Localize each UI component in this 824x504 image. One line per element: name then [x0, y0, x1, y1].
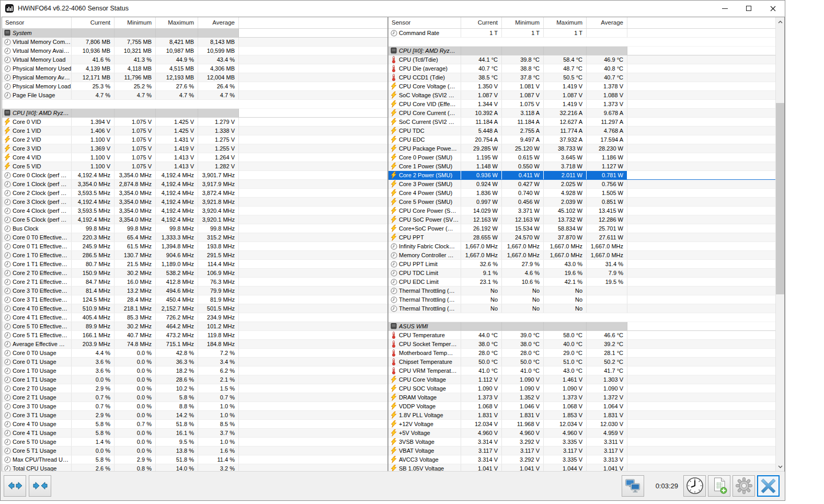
sensor-row[interactable]: Core 1 Power (SMU)1.148 W0.550 W3.718 W1…: [388, 162, 775, 171]
sensor-row[interactable]: +5V Voltage4.960 V4.960 V4.960 V4.959 V: [388, 429, 775, 438]
sensor-row[interactable]: Thermal Throttling (…NoNoNo: [388, 304, 775, 313]
column-header-current[interactable]: Current: [72, 17, 115, 28]
sensor-row[interactable]: Core 0 T1 Effective…245.9 MHz61.5 MHz1,3…: [2, 242, 387, 251]
sensor-row[interactable]: CPU EDC20.754 A9.497 A37.932 A17.594 A: [388, 135, 775, 144]
sensor-row[interactable]: AVCC3 Voltage3.314 V3.292 V3.335 V3.313 …: [388, 455, 775, 464]
settings-button[interactable]: [733, 475, 755, 497]
sensor-row[interactable]: Core 5 T0 Usage1.4 %0.0 %9.5 %1.0 %: [2, 438, 387, 446]
scrollbar-thumb[interactable]: [776, 103, 785, 294]
sensor-row[interactable]: Core 4 VID1.100 V1.075 V1.413 V1.264 V: [2, 153, 387, 162]
sensor-row[interactable]: Core 5 T1 Usage0.0 %0.0 %13.8 %1.6 %: [2, 446, 387, 455]
sensor-row[interactable]: Total CPU Usage2.6 %0.8 %14.0 %3.2 %: [2, 464, 387, 472]
column-header-average[interactable]: Average: [587, 17, 627, 28]
sensor-row[interactable]: CPU Core Current (…10.392 A3.118 A32.216…: [388, 109, 775, 118]
sensor-row[interactable]: Virtual Memory Load41.6 %41.3 %44.9 %43.…: [2, 55, 387, 64]
sensor-row[interactable]: SoC Voltage (SVI2 …1.087 V1.087 V1.087 V…: [388, 91, 775, 100]
column-header-average[interactable]: Average: [198, 17, 239, 28]
logging-button[interactable]: [708, 475, 730, 497]
close-sensors-button[interactable]: [757, 475, 780, 497]
sensor-row[interactable]: Core 5 T0 Effective…89.9 MHz30.2 MHz464.…: [2, 322, 387, 331]
sensor-row[interactable]: Average Effective …203.9 MHz74.8 MHz715.…: [2, 340, 387, 349]
column-header-sensor[interactable]: Sensor: [2, 17, 72, 28]
sensor-row[interactable]: Core 3 T1 Usage2.9 %0.0 %14.2 %1.0 %: [2, 411, 387, 420]
sensor-row[interactable]: Core 3 VID1.369 V1.075 V1.419 V1.255 V: [2, 144, 387, 153]
column-header-minimum[interactable]: Minimum: [502, 17, 544, 28]
sensor-row[interactable]: Core 0 VID1.394 V1.075 V1.425 V1.279 V: [2, 118, 387, 127]
sensor-row[interactable]: Command Rate1 T1 T1 T: [388, 29, 775, 38]
sensor-row[interactable]: Core 2 VID1.100 V1.075 V1.431 V1.275 V: [2, 135, 387, 144]
sensor-row[interactable]: Core 2 Power (SMU)0.936 W0.411 W2.011 W0…: [388, 171, 775, 180]
scroll-up-button[interactable]: [776, 17, 785, 26]
sensor-row[interactable]: Physical Memory Used4,139 MB4,118 MB4,51…: [2, 64, 387, 73]
sensor-row[interactable]: CPU TDC5.448 A2.755 A11.774 A4.768 A: [388, 127, 775, 135]
sensor-row[interactable]: Core 1 T1 Usage0.0 %0.0 %28.6 %2.1 %: [2, 375, 387, 384]
sensor-row[interactable]: Core 1 T0 Usage3.6 %0.0 %18.2 %6.2 %: [2, 366, 387, 375]
sensor-row[interactable]: Core 5 Clock (perf …4,192.4 MHz3,354.0 M…: [2, 215, 387, 224]
sensor-row[interactable]: Memory Controller …1,667.0 MHz1,667.0 MH…: [388, 251, 775, 260]
sensor-row[interactable]: Page File Usage4.7 %4.7 %4.7 %4.7 %: [2, 91, 387, 100]
sensor-row[interactable]: CPU PPT28.655 W24.570 W37.870 W27.611 W: [388, 233, 775, 242]
sensor-row[interactable]: Virtual Memory Com…7,806 MB7,755 MB8,421…: [2, 38, 387, 47]
sensor-row[interactable]: CPU CCD1 (Tdie)38.5 °C37.8 °C50.5 °C40.7…: [388, 73, 775, 82]
sensor-row[interactable]: Core 3 T1 Effective…124.5 MHz28.4 MHz450…: [2, 295, 387, 304]
sensor-row[interactable]: VBAT Voltage3.117 V3.117 V3.117 V3.117 V: [388, 446, 775, 455]
minimize-button[interactable]: [713, 1, 737, 16]
sensor-row[interactable]: Thermal Throttling (…NoNoNo: [388, 295, 775, 304]
sensor-row[interactable]: SoC Current (SVI2 …11.184 A11.184 A12.62…: [388, 118, 775, 127]
sensor-row[interactable]: Core 1 Clock (perf …3,354.0 MHz2,874.8 M…: [2, 180, 387, 189]
column-header-maximum[interactable]: Maximum: [544, 17, 587, 28]
sensor-row[interactable]: Bus Clock99.8 MHz99.8 MHz99.8 MHz99.8 MH…: [2, 224, 387, 233]
sensor-row[interactable]: CPU EDC Limit23.1 %10.6 %42.1 %19.5 %: [388, 278, 775, 287]
sensor-row[interactable]: Core 4 Clock (perf …3,593.5 MHz3,354.0 M…: [2, 207, 387, 215]
sensor-row[interactable]: Core 4 T1 Effective…405.4 MHz85.3 MHz726…: [2, 313, 387, 322]
sensor-row[interactable]: Core 2 Clock (perf …3,593.5 MHz3,354.0 M…: [2, 189, 387, 198]
sensor-row[interactable]: Motherboard Temp…28.0 °C28.0 °C29.0 °C28…: [388, 349, 775, 358]
column-header-minimum[interactable]: Minimum: [115, 17, 156, 28]
sensor-row[interactable]: Core 5 T1 Effective…166.1 MHz40.7 MHz473…: [2, 331, 387, 340]
sensor-row[interactable]: CPU (Tctl/Tdie)44.1 °C39.8 °C58.4 °C46.9…: [388, 55, 775, 64]
sensor-row[interactable]: Core 4 T1 Usage5.8 %0.0 %16.1 %3.7 %: [2, 429, 387, 438]
section-row[interactable]: System: [2, 29, 387, 38]
sensor-row[interactable]: Max CPU/Thread U…5.8 %2.9 %51.8 %11.4 %: [2, 455, 387, 464]
sensor-row[interactable]: Virtual Memory Avai…10,936 MB10,321 MB10…: [2, 47, 387, 55]
sensor-row[interactable]: VDDP Voltage1.068 V1.046 V1.068 V1.064 V: [388, 402, 775, 411]
sensor-row[interactable]: Core 3 Power (SMU)0.924 W0.427 W2.025 W0…: [388, 180, 775, 189]
sensor-row[interactable]: Core 4 T0 Effective…510.9 MHz218.1 MHz2,…: [2, 304, 387, 313]
sensor-row[interactable]: Core 4 Power (SMU)1.836 W0.740 W4.928 W1…: [388, 189, 775, 198]
sensor-row[interactable]: Core 0 T0 Usage4.4 %0.0 %42.8 %7.2 %: [2, 349, 387, 358]
sensor-row[interactable]: Core 0 Clock (perf …4,192.4 MHz3,354.0 M…: [2, 171, 387, 180]
sensor-row[interactable]: CPU PPT Limit32.6 %27.9 %43.0 %31.4 %: [388, 260, 775, 269]
vertical-scrollbar[interactable]: [775, 17, 784, 471]
close-button[interactable]: [761, 1, 785, 16]
section-row[interactable]: CPU [#0]: AMD Ryz…: [388, 47, 775, 55]
sensor-row[interactable]: Core 3 T0 Effective…81.4 MHz13.2 MHz494.…: [2, 287, 387, 295]
sensor-row[interactable]: Core 2 T0 Effective…150.9 MHz30.2 MHz538…: [2, 269, 387, 278]
sensor-row[interactable]: CPU Socket Temper…38.0 °C38.0 °C40.0 °C3…: [388, 340, 775, 349]
sensor-row[interactable]: Core 0 Power (SMU)1.195 W0.615 W3.645 W1…: [388, 153, 775, 162]
section-row[interactable]: CPU [#0]: AMD Ryz…: [2, 109, 387, 118]
sensor-row[interactable]: Physical Memory Av…12,171 MB11,796 MB12,…: [2, 73, 387, 82]
clock-button[interactable]: [683, 475, 706, 497]
sensor-row[interactable]: Core+SoC Power (…26.192 W15.534 W58.834 …: [388, 224, 775, 233]
scroll-down-button[interactable]: [776, 462, 785, 471]
sensor-row[interactable]: CPU Core VID (Effe…1.344 V1.075 V1.419 V…: [388, 100, 775, 109]
sensor-row[interactable]: Core 1 T0 Effective…286.5 MHz130.7 MHz90…: [2, 251, 387, 260]
sensor-row[interactable]: +12V Voltage12.034 V11.968 V12.034 V12.0…: [388, 420, 775, 429]
sensor-row[interactable]: Core 3 T0 Usage0.7 %0.0 %8.8 %1.0 %: [2, 402, 387, 411]
sensor-row[interactable]: CPU Package Powe…29.285 W25.120 W38.733 …: [388, 144, 775, 153]
sensor-row[interactable]: Physical Memory Load25.3 %25.2 %27.6 %26…: [2, 82, 387, 91]
sensor-row[interactable]: CPU Core Voltage1.112 V1.090 V1.461 V1.3…: [388, 375, 775, 384]
sensor-row[interactable]: 3VSB Voltage3.314 V3.292 V3.335 V3.311 V: [388, 438, 775, 446]
sensor-row[interactable]: SB 1.05V Voltage1.041 V1.041 V1.044 V1.0…: [388, 464, 775, 472]
remote-monitoring-button[interactable]: [622, 475, 644, 497]
sensor-row[interactable]: Thermal Throttling (…NoNoNo: [388, 287, 775, 295]
sensor-row[interactable]: Core 2 T0 Usage2.9 %0.0 %10.2 %1.5 %: [2, 384, 387, 393]
sensor-row[interactable]: DRAM Voltage1.373 V1.352 V1.373 V1.372 V: [388, 393, 775, 402]
sensor-row[interactable]: Chipset Temperature50.0 °C50.0 °C51.0 °C…: [388, 358, 775, 366]
sensor-row[interactable]: Core 5 Power (SMU)0.997 W0.456 W2.039 W0…: [388, 198, 775, 207]
sensor-row[interactable]: Core 3 Clock (perf …4,192.4 MHz3,354.0 M…: [2, 198, 387, 207]
sensor-row[interactable]: Core 1 VID1.406 V1.075 V1.425 V1.338 V: [2, 127, 387, 135]
sensor-row[interactable]: Core 5 VID1.100 V1.075 V1.413 V1.282 V: [2, 162, 387, 171]
sensor-row[interactable]: CPU Core Power (S…14.029 W3.371 W45.102 …: [388, 207, 775, 215]
sensor-row[interactable]: Core 2 T1 Usage0.7 %0.0 %5.8 %0.7 %: [2, 393, 387, 402]
